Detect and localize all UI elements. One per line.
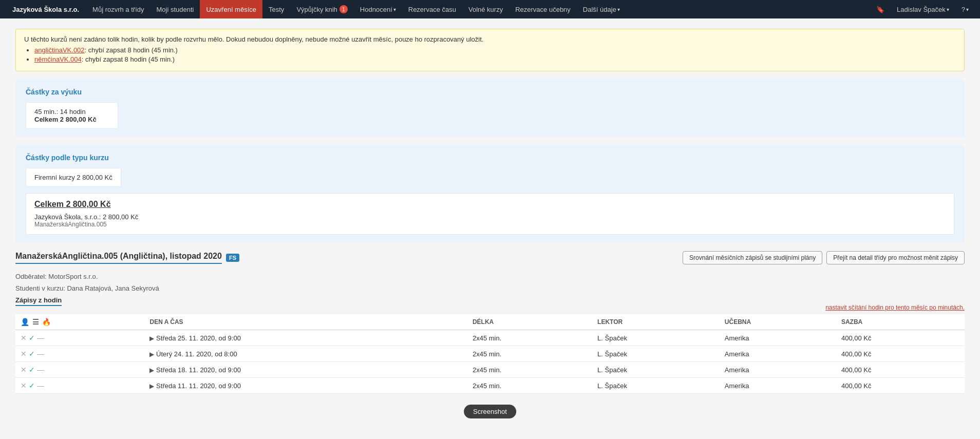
- row-minus-icon[interactable]: —: [37, 366, 44, 374]
- row-x-icon[interactable]: ✕: [21, 350, 27, 358]
- totals-box: Celkem 2 800,00 Kč Jazyková Škola, s.r.o…: [26, 193, 954, 235]
- th-lektor: LEKTOR: [592, 314, 720, 330]
- row-minus-icon[interactable]: —: [37, 381, 44, 390]
- total-sub-detail: ManažerskáAngličtina.005: [34, 221, 946, 228]
- row-sazba: 400,00 Kč: [836, 378, 965, 394]
- nav-dalsi[interactable]: Další údaje ▾: [577, 0, 626, 18]
- row-actions: ✕ ✓ —: [15, 346, 144, 362]
- row-actions: ✕ ✓ —: [15, 330, 144, 346]
- table-row: ✕ ✓ — ▶ Středa 18. 11. 2020, od 9:002x45…: [15, 362, 965, 378]
- nav-vypujcky[interactable]: Výpůjčky knih 1: [290, 0, 353, 18]
- warning-item-2-text: : chybí zapsat 8 hodin (45 min.): [82, 55, 175, 63]
- row-lektor: L. Špaček: [592, 378, 720, 394]
- table-row: ✕ ✓ — ▶ Středa 25. 11. 2020, od 9:002x45…: [15, 330, 965, 346]
- vypujcky-badge: 1: [340, 5, 348, 13]
- zapisy-label: Zápisy z hodin: [15, 296, 62, 306]
- row-ucebna: Amerika: [720, 346, 836, 362]
- nav-rezervace-ucebny[interactable]: Rezervace učebny: [509, 0, 577, 18]
- course-studenti: Studenti v kurzu: Dana Ratajová, Jana Se…: [15, 284, 965, 292]
- nav-help[interactable]: ? ▾: [955, 0, 975, 18]
- table-row: ✕ ✓ — ▶ Středa 11. 11. 2020, od 9:002x45…: [15, 378, 965, 394]
- warning-item-1: angličtinaVK.002: chybí zapsat 8 hodin (…: [34, 46, 956, 54]
- course-title: ManažerskáAngličtina.005 (Angličtina), l…: [15, 252, 222, 264]
- row-minus-icon[interactable]: —: [37, 334, 44, 342]
- row-check-icon: ✓: [29, 366, 35, 374]
- nav-rezervace[interactable]: Rezervace času: [402, 0, 462, 18]
- nav-testy[interactable]: Testy: [262, 0, 290, 18]
- total-sub: Jazyková Škola, s.r.o.: 2 800,00 Kč: [34, 213, 946, 221]
- row-x-icon[interactable]: ✕: [21, 334, 27, 342]
- row-lektor: L. Špaček: [592, 330, 720, 346]
- row-actions: ✕ ✓ —: [15, 378, 144, 394]
- th-ucebna: UČEBNA: [720, 314, 836, 330]
- link-nastavit[interactable]: nastavit sčítání hodin pro tento měsíc p…: [825, 304, 965, 311]
- navbar: Jazyková Škola s.r.o. Můj rozvrh a třídy…: [0, 0, 980, 18]
- nav-studenti[interactable]: Moji studenti: [150, 0, 200, 18]
- nav-user[interactable]: Ladislav Špaček ▾: [891, 0, 955, 18]
- row-delka: 2x45 min.: [467, 362, 592, 378]
- nav-rozvrh[interactable]: Můj rozvrh a třídy: [86, 0, 150, 18]
- nav-bookmark-icon[interactable]: 🔖: [870, 0, 891, 18]
- castky-za-vyuku-title: Částky za výuku: [26, 88, 954, 96]
- castky-stat-box: 45 min.: 14 hodin Celkem 2 800,00 Kč: [26, 102, 118, 129]
- odberatel-value: MotorSport s.r.o.: [48, 273, 98, 280]
- nav-hodnoceni[interactable]: Hodnocení ▾: [354, 0, 402, 18]
- warning-link-1[interactable]: angličtinaVK.002: [34, 46, 85, 54]
- hodnoceni-chevron-icon: ▾: [393, 7, 396, 12]
- person-icon: 👤: [21, 318, 29, 326]
- table-body: ✕ ✓ — ▶ Středa 25. 11. 2020, od 9:002x45…: [15, 330, 965, 394]
- row-x-icon[interactable]: ✕: [21, 381, 27, 390]
- stat-line-2: Celkem 2 800,00 Kč: [34, 116, 109, 123]
- castky-podle-typu-title: Částky podle typu kurzu: [26, 154, 954, 162]
- th-sazba: SAZBA: [836, 314, 965, 330]
- row-delka: 2x45 min.: [467, 378, 592, 394]
- warning-text: U těchto kurzů není zadáno tolik hodin, …: [24, 35, 956, 43]
- warning-link-2[interactable]: němčinaVK.004: [34, 55, 82, 63]
- castky-za-vyuku-card: Částky za výuku 45 min.: 14 hodin Celkem…: [15, 80, 965, 137]
- row-den-cas: ▶ Středa 18. 11. 2020, od 9:00: [144, 362, 467, 378]
- stat-line-1: 45 min.: 14 hodin: [34, 108, 109, 116]
- warning-item-2: němčinaVK.004: chybí zapsat 8 hodin (45 …: [34, 55, 956, 63]
- warning-item-1-text: : chybí zapsat 8 hodin (45 min.): [85, 46, 178, 54]
- row-arrow-icon[interactable]: ▶: [149, 351, 154, 358]
- nav-uzavreni[interactable]: Uzavření měsíce: [200, 0, 262, 18]
- row-actions: ✕ ✓ —: [15, 362, 144, 378]
- row-check-icon: ✓: [29, 334, 35, 342]
- row-sazba: 400,00 Kč: [836, 346, 965, 362]
- row-lektor: L. Špaček: [592, 346, 720, 362]
- row-sazba: 400,00 Kč: [836, 330, 965, 346]
- castky-podle-typu-card: Částky podle typu kurzu Firemní kurzy 2 …: [15, 145, 965, 243]
- course-fs-badge: FS: [226, 254, 239, 262]
- studenti-label: Studenti v kurzu:: [15, 284, 65, 292]
- table-head: 👤 ☰ 🔥 DEN A ČAS DÉLKA LEKTOR UČEBNA SAZB…: [15, 314, 965, 330]
- btn-srovnani[interactable]: Srovnání měsíčních zápisů se studijními …: [683, 251, 822, 264]
- firemni-kurzy-text: Firemní kurzy 2 800,00 Kč: [34, 174, 112, 181]
- row-arrow-icon[interactable]: ▶: [149, 335, 154, 342]
- row-x-icon[interactable]: ✕: [21, 366, 27, 374]
- nav-volne[interactable]: Volné kurzy: [462, 0, 509, 18]
- total-amount: Celkem 2 800,00 Kč: [34, 200, 946, 209]
- row-arrow-icon[interactable]: ▶: [149, 383, 154, 390]
- row-ucebna: Amerika: [720, 378, 836, 394]
- list-icon: ☰: [32, 318, 39, 326]
- row-minus-icon[interactable]: —: [37, 350, 44, 358]
- odberatel-label: Odběratel:: [15, 273, 47, 280]
- row-den-cas: ▶ Středa 25. 11. 2020, od 9:00: [144, 330, 467, 346]
- row-arrow-icon[interactable]: ▶: [149, 367, 154, 374]
- warning-box: U těchto kurzů není zadáno tolik hodin, …: [15, 29, 965, 71]
- row-ucebna: Amerika: [720, 330, 836, 346]
- row-delka: 2x45 min.: [467, 330, 592, 346]
- dalsi-chevron-icon: ▾: [617, 7, 620, 12]
- firemni-kurzy-box: Firemní kurzy 2 800,00 Kč: [26, 168, 121, 187]
- course-header: ManažerskáAngličtina.005 (Angličtina), l…: [15, 251, 965, 266]
- user-chevron-icon: ▾: [947, 7, 949, 12]
- row-den-cas: ▶ Středa 11. 11. 2020, od 9:00: [144, 378, 467, 394]
- course-title-area: ManažerskáAngličtina.005 (Angličtina), l…: [15, 252, 239, 264]
- th-delka: DÉLKA: [467, 314, 592, 330]
- btn-detail[interactable]: Přejít na detail třídy pro možnost měnit…: [826, 251, 965, 264]
- row-ucebna: Amerika: [720, 362, 836, 378]
- main-content: U těchto kurzů není zadáno tolik hodin, …: [0, 18, 980, 404]
- course-section: ManažerskáAngličtina.005 (Angličtina), l…: [15, 251, 965, 394]
- row-lektor: L. Špaček: [592, 362, 720, 378]
- th-icon-group: 👤 ☰ 🔥: [21, 318, 139, 326]
